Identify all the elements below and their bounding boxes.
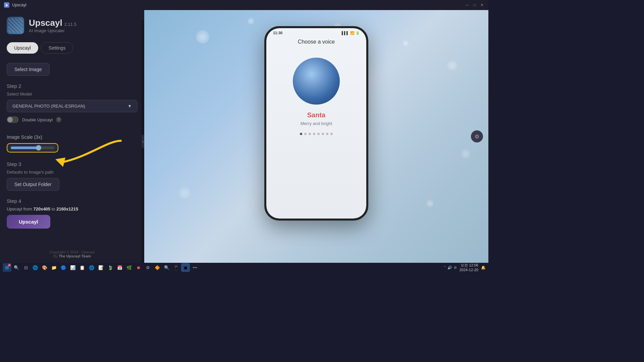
taskbar-ppt-icon[interactable]: 📋 [78,263,87,272]
sidebar-divider: ‹ [142,20,144,263]
app-name: Upscayl [29,18,62,28]
taskbar-edge-icon[interactable]: 🌐 [31,263,40,272]
logo-area: Upscayl 2.11.5 AI Image Upscaler [7,17,138,34]
taskbar-phone-icon[interactable]: 📱 [172,263,180,272]
phone-name: Santa [266,111,366,119]
double-upscayl-toggle[interactable] [7,116,19,123]
taskbar-word-icon[interactable]: 📝 [97,263,105,272]
titlebar: ▣ Upscayl ─ □ ✕ [0,0,488,10]
notification-badge: 1 [8,264,11,266]
step4-label: Step 4 [7,198,138,204]
upscayl-button[interactable]: Upscayl [7,215,50,229]
pagination-dot-2 [304,133,307,135]
taskbar-notification-icon[interactable]: 🔔 [481,265,486,270]
taskbar-edge2-icon[interactable]: 🔵 [59,263,68,272]
step3-sublabel: Defaults to Image's path [7,170,138,175]
step4-section: Step 4 Upscayl from 720x405 to 2160x1215… [7,198,138,229]
model-select-button[interactable]: GENERAL PHOTO (REAL-ESRGAN) ▼ [7,100,138,112]
phone-mockup: 11:30 ▌▌▌ 📶 🔋 Choose a voice Santa Merry… [264,26,368,221]
app-logo-icon [7,17,24,34]
minimize-button[interactable]: ─ [465,3,470,7]
close-button[interactable]: ✕ [480,3,484,7]
pagination-dot-4 [313,133,315,135]
phone-pagination-dots [266,133,366,135]
taskbar-green-icon[interactable]: 🌿 [125,263,133,272]
sidebar: Upscayl 2.11.5 AI Image Upscaler Upscayl… [0,10,144,263]
tab-upscayl[interactable]: Upscayl [7,42,38,54]
taskbar-folder-icon[interactable]: 📁 [50,263,58,272]
bokeh-dot [447,61,457,71]
tab-settings[interactable]: Settings [41,42,73,54]
taskbar-widgets-icon[interactable]: ⊟ [21,263,30,272]
taskbar-clock: 오전 12:06 2024-12-20 [460,263,478,272]
bokeh-dot [179,187,191,199]
app-subtitle: AI Image Upscaler [29,28,76,33]
bokeh-dot [196,30,209,44]
taskbar-tray-icons: ⌃ 🔊 🖥 [443,265,457,270]
scale-slider-container[interactable] [7,143,58,153]
phone-status-bar: 11:30 ▌▌▌ 📶 🔋 [266,28,366,36]
app-version: 2.11.5 [64,22,76,27]
chevron-down-icon: ▼ [127,104,132,109]
collapse-sidebar-button[interactable]: ‹ [142,135,144,148]
taskbar-upscayl-icon[interactable]: ▣ [181,263,190,272]
taskbar-red-icon[interactable]: ⏺ [134,263,143,272]
pagination-dot-3 [309,133,311,135]
phone-time: 11:30 [273,31,282,35]
taskbar-calendar-icon[interactable]: 📅 [115,263,124,272]
wifi-icon: 📶 [350,31,354,35]
app-title: Upscayl 2.11.5 [29,18,76,28]
taskbar-evernote-icon[interactable]: 🍃 [106,263,115,272]
titlebar-left: ▣ Upscayl [4,2,26,8]
preview-settings-button[interactable]: ⚙ [471,130,483,142]
set-output-folder-button[interactable]: Set Output Folder [7,178,59,191]
copyright-team: By The Upscayl Team [7,254,138,258]
logo-text-area: Upscayl 2.11.5 AI Image Upscaler [29,18,76,33]
pagination-dot-6 [322,133,324,135]
step3-label: Step 3 [7,161,138,167]
pagination-dot-5 [317,133,320,135]
titlebar-title: Upscayl [12,3,26,7]
step4-to: to [50,206,56,212]
battery-icon: 🔋 [356,31,360,35]
taskbar-time-line1: 오전 12:06 [460,263,478,267]
scale-section: Image Scale (3x) [7,134,138,154]
image-preview-area: 11:30 ▌▌▌ 📶 🔋 Choose a voice Santa Merry… [144,10,488,263]
taskbar-chrome-icon[interactable]: 🌐 [87,263,96,272]
taskbar-start-button[interactable]: ⊞ 1 [3,263,11,272]
taskbar-more-icon[interactable]: ••• [191,263,199,272]
taskbar-search2-icon[interactable]: 🔍 [162,263,171,272]
maximize-button[interactable]: □ [472,3,477,7]
step3-section: Step 3 Defaults to Image's path Set Outp… [7,161,138,191]
taskbar-color-icon[interactable]: 🎨 [40,263,49,272]
taskbar: ⊞ 1 🔍 ⊟ 🌐 🎨 📁 🔵 📊 📋 🌐 📝 🍃 📅 🌿 ⏺ ⚙ 🔶 🔍 📱 … [0,263,488,272]
select-image-button[interactable]: Select Image [7,63,50,76]
scale-label: Image Scale (3x) [7,134,138,140]
taskbar-time-line2: 2024-12-20 [460,267,478,272]
taskbar-settings-icon[interactable]: ⚙ [144,263,152,272]
team-name: The Upscayl Team [59,254,91,258]
bokeh-dot [402,40,409,46]
scale-slider-thumb[interactable] [36,145,41,150]
signal-icon: ▌▌▌ [342,31,349,35]
step2-sublabel: Select Model [7,92,138,97]
step4-from: 720x405 [33,206,50,212]
double-upscayl-label: Double Upscayl [22,117,53,122]
phone-tagline: Merry and bright [266,121,366,126]
pagination-dot-7 [326,133,328,135]
bokeh-dot [426,200,434,207]
taskbar-excel-icon[interactable]: 📊 [68,263,77,272]
help-icon[interactable]: ? [56,117,61,122]
nav-tabs: Upscayl Settings [7,42,138,54]
taskbar-right: ⌃ 🔊 🖥 오전 12:06 2024-12-20 🔔 [443,263,486,272]
scale-slider-track [11,146,54,149]
bokeh-dot [248,18,254,24]
step2-label: Step 2 [7,83,138,89]
taskbar-orange-icon[interactable]: 🔶 [153,263,162,272]
status-icons: ▌▌▌ 📶 🔋 [342,31,360,35]
double-upscayl-row: Double Upscayl ? [7,116,138,123]
pagination-dot-8 [330,133,333,135]
taskbar-search-icon[interactable]: 🔍 [12,263,21,272]
phone-screen: 11:30 ▌▌▌ 📶 🔋 Choose a voice Santa Merry… [266,28,366,219]
titlebar-controls[interactable]: ─ □ ✕ [465,3,484,7]
